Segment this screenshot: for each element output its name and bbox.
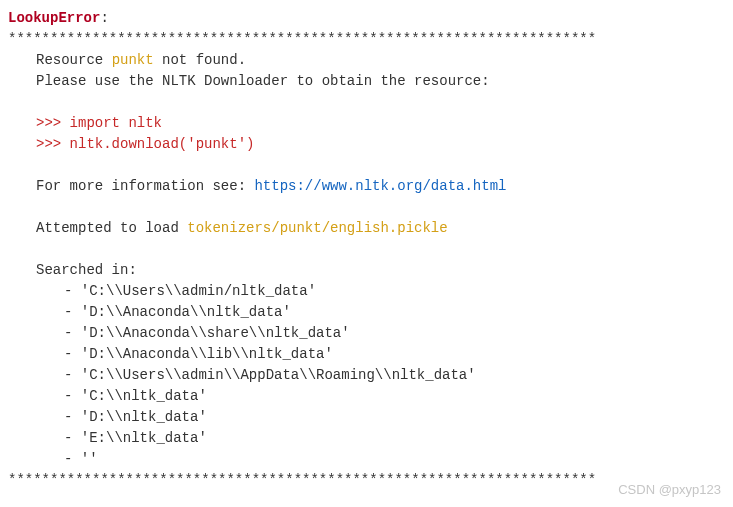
resource-prefix: Resource	[36, 52, 112, 68]
code-download: nltk.download('punkt')	[70, 136, 255, 152]
resource-suffix: not found.	[154, 52, 246, 68]
search-path: - 'C:\\Users\\admin\\AppData\\Roaming\\n…	[8, 365, 725, 386]
separator-top: ****************************************…	[8, 29, 725, 50]
traceback-block: LookupError: ***************************…	[8, 8, 725, 491]
nltk-data-link[interactable]: https://www.nltk.org/data.html	[254, 178, 506, 194]
watermark: CSDN @pxyp123	[618, 480, 721, 500]
attempted-path: tokenizers/punkt/english.pickle	[187, 220, 447, 236]
error-header: LookupError:	[8, 8, 725, 29]
searched-in-label: Searched in:	[8, 260, 725, 281]
more-info-prefix: For more information see:	[36, 178, 254, 194]
repl-prompt: >>>	[36, 136, 70, 152]
resource-line: Resource punkt not found.	[8, 50, 725, 71]
search-path: - 'D:\\Anaconda\\share\\nltk_data'	[8, 323, 725, 344]
code-import: import nltk	[70, 115, 162, 131]
search-path: - ''	[8, 449, 725, 470]
resource-name: punkt	[112, 52, 154, 68]
repl-prompt: >>>	[36, 115, 70, 131]
code-line-2: >>> nltk.download('punkt')	[8, 134, 725, 155]
search-path: - 'D:\\nltk_data'	[8, 407, 725, 428]
please-use-line: Please use the NLTK Downloader to obtain…	[8, 71, 725, 92]
attempted-line: Attempted to load tokenizers/punkt/engli…	[8, 218, 725, 239]
search-path: - 'E:\\nltk_data'	[8, 428, 725, 449]
code-line-1: >>> import nltk	[8, 113, 725, 134]
search-path: - 'D:\\Anaconda\\nltk_data'	[8, 302, 725, 323]
more-info-line: For more information see: https://www.nl…	[8, 176, 725, 197]
search-path: - 'C:\\nltk_data'	[8, 386, 725, 407]
attempted-prefix: Attempted to load	[36, 220, 187, 236]
search-path: - 'C:\\Users\\admin/nltk_data'	[8, 281, 725, 302]
search-path: - 'D:\\Anaconda\\lib\\nltk_data'	[8, 344, 725, 365]
colon: :	[100, 10, 108, 26]
error-name: LookupError	[8, 10, 100, 26]
